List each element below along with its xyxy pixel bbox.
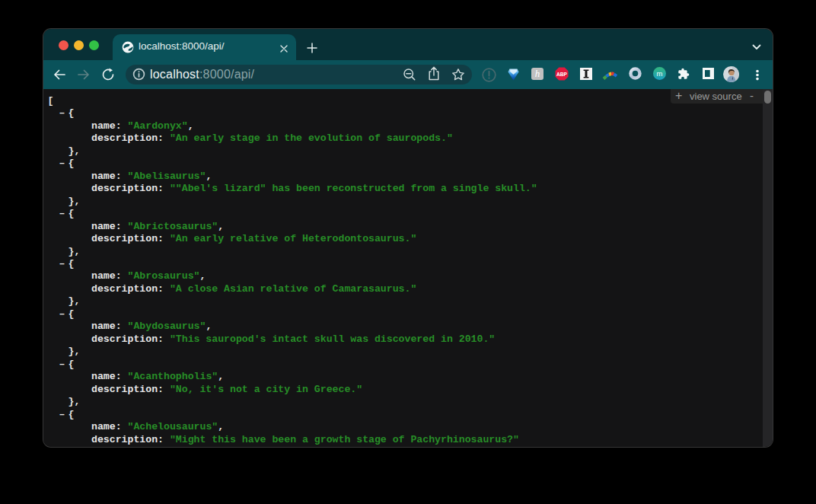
svg-text:m: m (657, 69, 663, 78)
svg-text:h: h (535, 68, 540, 79)
svg-text:ABP: ABP (556, 72, 568, 77)
